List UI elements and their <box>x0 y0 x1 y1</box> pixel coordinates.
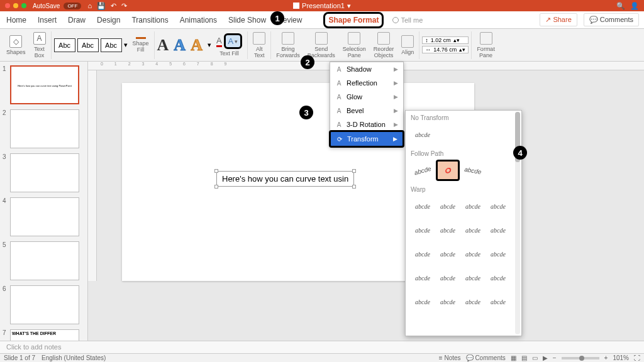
bring-forward[interactable]: Bring Forwards <box>274 32 303 58</box>
tab-home[interactable]: Home <box>5 12 28 28</box>
style-1[interactable]: Abc <box>54 38 75 52</box>
warp-2[interactable]: abcde <box>436 195 460 217</box>
callout-3: 3 <box>299 106 313 119</box>
undo-icon[interactable]: ↶ <box>111 2 116 10</box>
align-group[interactable]: Align <box>399 35 416 55</box>
more-wordart[interactable]: ▾ <box>208 41 211 49</box>
warp-17[interactable]: abcde <box>411 291 435 312</box>
home-icon[interactable]: ⌂ <box>87 2 92 10</box>
warp-3[interactable]: abcde <box>461 195 485 217</box>
status-comments[interactable]: 💬 Comments <box>466 354 506 361</box>
wordart-1[interactable]: A <box>157 36 169 55</box>
document-title[interactable]: Presentation1 <box>302 2 345 9</box>
width-input[interactable]: ↔ 14.76 cm ▴▾ <box>422 46 469 53</box>
follow-path-1[interactable]: abcde <box>408 157 437 184</box>
format-pane[interactable]: Format Pane <box>474 32 497 58</box>
notes-pane[interactable]: Click to add notes <box>0 341 644 353</box>
view-sorter-icon[interactable]: ▤ <box>521 354 527 361</box>
height-input[interactable]: ↕ 1.02 cm ▴▾ <box>422 36 469 44</box>
follow-path-circle[interactable]: ⭕ <box>436 160 460 181</box>
view-reading-icon[interactable]: ▭ <box>532 354 538 361</box>
thumb-5[interactable] <box>10 241 79 280</box>
warp-18[interactable]: abcde <box>436 291 460 312</box>
shapes-group[interactable]: ◇ Shapes <box>4 35 28 55</box>
reorder-objects[interactable]: Reorder Objects <box>371 32 397 58</box>
save-icon[interactable]: 💾 <box>97 2 106 10</box>
chevron-down-icon[interactable]: ▾ <box>347 2 351 10</box>
warp-9[interactable]: abcde <box>411 243 435 265</box>
tab-transitions[interactable]: Transitions <box>130 12 169 28</box>
warp-14[interactable]: abcde <box>436 267 460 288</box>
redo-icon[interactable]: ↷ <box>121 2 127 10</box>
wordart-3[interactable]: A <box>191 36 203 55</box>
thumb-3[interactable] <box>10 153 79 192</box>
tab-insert[interactable]: Insert <box>36 12 58 28</box>
zoom-in[interactable]: + <box>604 354 608 361</box>
fx-3d-rotation[interactable]: A3-D Rotation▶ <box>330 118 403 131</box>
follow-path-3[interactable]: abcde <box>459 158 486 183</box>
zoom-level[interactable]: 101% <box>613 354 629 361</box>
alt-text-group[interactable]: Alt Text <box>250 32 268 58</box>
selection-pane-icon <box>348 32 360 45</box>
warp-7[interactable]: abcde <box>461 219 485 241</box>
warp-8[interactable]: abcde <box>486 219 510 241</box>
fx-transform[interactable]: ⟳Transform▶ <box>329 130 404 148</box>
slide-indicator[interactable]: Slide 1 of 7 <box>4 354 35 361</box>
textbox-group[interactable]: A Text Box <box>31 32 48 58</box>
warp-15[interactable]: abcde <box>461 267 485 288</box>
warp-4[interactable]: abcde <box>486 195 510 217</box>
wordart-2[interactable]: A <box>174 36 186 55</box>
fx-bevel[interactable]: ABevel▶ <box>330 104 403 118</box>
thumb-6[interactable] <box>10 285 79 324</box>
fx-reflection[interactable]: AReflection▶ <box>330 76 403 90</box>
warp-19[interactable]: abcde <box>461 291 485 312</box>
tab-design[interactable]: Design <box>96 12 121 28</box>
window-controls[interactable] <box>5 3 26 8</box>
transform-none[interactable]: abcde <box>411 124 435 145</box>
style-2[interactable]: Abc <box>77 38 99 52</box>
fx-glow[interactable]: AGlow▶ <box>330 90 403 104</box>
warp-6[interactable]: abcde <box>436 219 460 241</box>
warp-10[interactable]: abcde <box>436 243 460 265</box>
tell-me-search[interactable]: Tell me <box>392 16 423 24</box>
text-fill-icon[interactable]: A <box>216 36 222 47</box>
selection-pane[interactable]: Selection Pane <box>340 32 369 58</box>
share-button[interactable]: ↗ Share <box>540 13 577 26</box>
comments-button[interactable]: 💬 Comments <box>584 13 639 26</box>
warp-5[interactable]: abcde <box>411 219 435 241</box>
autosave-toggle[interactable]: OFF <box>64 3 81 9</box>
tab-animations[interactable]: Animations <box>179 12 218 28</box>
fit-window-icon[interactable]: ⛶ <box>634 354 640 361</box>
tab-draw[interactable]: Draw <box>67 12 87 28</box>
thumb-1[interactable]: Here's how you can curve text using Powe… <box>10 65 79 104</box>
search-icon[interactable]: 🔍 <box>616 2 625 10</box>
tab-slideshow[interactable]: Slide Show <box>227 12 267 28</box>
warp-16[interactable]: abcde <box>486 267 510 288</box>
warp-13[interactable]: abcde <box>411 267 435 288</box>
zoom-out[interactable]: − <box>553 354 557 361</box>
language-indicator[interactable]: English (United States) <box>42 354 106 361</box>
more-styles[interactable]: ▾ <box>124 41 128 49</box>
view-normal-icon[interactable]: ▦ <box>511 354 516 361</box>
wordart-styles[interactable]: A A A ▾ <box>157 36 211 55</box>
title-bar: AutoSave OFF ⌂ 💾 ↶ ↷ Presentation1 ▾ 🔍 👤 <box>0 0 644 11</box>
warp-12[interactable]: abcde <box>486 243 510 265</box>
text-effects-button[interactable]: A▾ <box>224 33 243 49</box>
zoom-slider[interactable] <box>562 357 599 359</box>
style-3[interactable]: Abc <box>101 38 122 52</box>
warp-1[interactable]: abcde <box>411 195 435 217</box>
tab-shape-format[interactable]: Shape Format <box>323 12 384 28</box>
selected-textbox[interactable]: Here's how you can curve text usin <box>216 171 354 187</box>
view-slideshow-icon[interactable]: ▶ <box>543 354 548 361</box>
fx-shadow[interactable]: AShadow▶ <box>330 62 403 76</box>
warp-20[interactable]: abcde <box>486 291 510 312</box>
thumb-4[interactable] <box>10 197 79 236</box>
warp-11[interactable]: abcde <box>461 243 485 265</box>
send-backward[interactable]: Send Backwards <box>305 32 338 58</box>
thumb-7[interactable]: WHAT'S THE DIFFER <box>10 329 79 341</box>
shape-fill-group[interactable]: Shape Fill <box>130 37 152 53</box>
thumb-2[interactable] <box>10 109 79 148</box>
notes-button[interactable]: ≡ Notes <box>439 354 461 361</box>
shape-styles[interactable]: Abc Abc Abc ▾ <box>54 38 128 52</box>
user-icon[interactable]: 👤 <box>630 2 639 10</box>
